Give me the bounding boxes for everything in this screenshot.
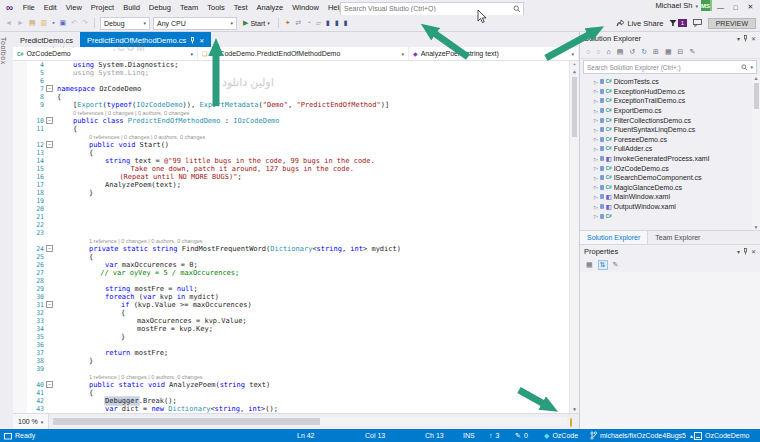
code-line[interactable]: 19 [13, 197, 579, 205]
pin-icon[interactable] [743, 248, 748, 255]
breakpoint-margin[interactable] [13, 157, 27, 165]
code-line[interactable]: 35} [13, 333, 579, 341]
menu-item-build[interactable]: Build [119, 0, 145, 15]
breakpoint-margin[interactable] [13, 221, 27, 229]
menu-item-tools[interactable]: Tools [203, 0, 230, 15]
code-surface[interactable]: 4using System.Diagnostics;5using System.… [13, 61, 579, 413]
fold-margin[interactable] [44, 333, 55, 341]
fold-collapse-button[interactable]: – [46, 245, 53, 252]
breakpoint-margin[interactable] [13, 405, 27, 413]
nav-backward-icon[interactable]: ◄ [4, 18, 13, 28]
menu-item-team[interactable]: Team [175, 0, 202, 15]
fold-margin[interactable] [44, 389, 55, 397]
se-pending-changes-icon[interactable]: ↺ [628, 47, 636, 57]
expand-arrow-icon[interactable]: ▷ [594, 98, 598, 104]
code-line[interactable]: 31–if (kvp.Value >= maxOccurences) [13, 301, 579, 309]
fold-margin[interactable] [44, 149, 55, 157]
expand-arrow-icon[interactable]: ▷ [594, 175, 598, 181]
minimize-button[interactable]: — [713, 0, 728, 14]
code-line[interactable]: 28 [13, 277, 579, 285]
preview-button[interactable]: PREVIEW [708, 18, 756, 29]
expand-arrow-icon[interactable]: ▷ [594, 204, 598, 210]
fold-margin[interactable]: – [44, 301, 55, 309]
fold-collapse-button[interactable]: – [46, 117, 53, 124]
tree-item[interactable]: ▷C#ExportDemo.cs [580, 106, 760, 116]
fold-margin[interactable] [44, 269, 55, 277]
tree-item[interactable]: ▷C#ExceptionHudDemo.cs [580, 87, 760, 97]
zoom-control[interactable]: 100 % ▾ [13, 414, 49, 429]
project-dropdown[interactable]: C# OzCodeDemo ▾ [13, 47, 198, 60]
close-button[interactable]: ✕ [743, 0, 758, 14]
window-position-icon[interactable]: ▾ [737, 248, 740, 255]
breakpoint-margin[interactable] [13, 237, 27, 245]
fold-margin[interactable] [44, 237, 55, 245]
test-explorer-icon[interactable]: ◔ [305, 18, 311, 28]
window-position-icon[interactable]: ▾ [737, 35, 740, 42]
code-line[interactable]: 13{ [13, 149, 579, 157]
toolbox-tab[interactable]: Toolbox [0, 32, 13, 429]
codelens-indicator[interactable]: 1 reference | 0 changes | 0 authors, 0 c… [55, 237, 203, 245]
tree-item[interactable]: ▷C#FullAdder.cs [580, 144, 760, 154]
fold-margin[interactable] [44, 365, 55, 373]
quick-launch-search[interactable] [340, 2, 524, 16]
pin-icon[interactable] [190, 37, 195, 44]
tree-item[interactable]: ▷C#ISearchDemoComponent.cs [580, 173, 760, 183]
code-line[interactable]: 37return mostFre; [13, 349, 579, 357]
se-back-icon[interactable]: ○ [585, 47, 591, 57]
props-categorized-icon[interactable]: ▦ [585, 260, 594, 270]
tree-item[interactable]: ▷C#IOzCodeDemo.cs [580, 163, 760, 173]
codelens-indicator[interactable]: 0 references | 0 changes | 0 authors, 0 … [55, 109, 189, 117]
expand-arrow-icon[interactable]: ▷ [594, 146, 598, 152]
status-git-branch[interactable]: michaels/fixOzCode4Bugs5 ▲ [590, 429, 694, 442]
breakpoint-margin[interactable] [13, 301, 27, 309]
fold-margin[interactable] [44, 357, 55, 365]
se-collapse-all-icon[interactable]: ⊟ [677, 47, 685, 57]
member-dropdown[interactable]: ◆ AnalyzePoem(string text) ▾ [409, 47, 579, 60]
status-line[interactable]: Ln 42 [297, 429, 315, 442]
menu-item-file[interactable]: File [18, 0, 39, 15]
code-line[interactable]: 27// var oyVey = 5 / maxOccurences; [13, 269, 579, 277]
fold-margin[interactable] [44, 309, 55, 317]
breakpoint-margin[interactable] [13, 181, 27, 189]
se-show-all-files-icon[interactable]: ▦ [664, 47, 673, 57]
menu-item-analyze[interactable]: Analyze [252, 0, 288, 15]
breakpoint-margin[interactable] [13, 189, 27, 197]
code-line[interactable]: 42Debugger.Break(); [13, 397, 579, 405]
breakpoint-margin[interactable] [13, 317, 27, 325]
tab-team-explorer[interactable]: Team Explorer [648, 231, 707, 244]
status-character[interactable]: Ch 13 [425, 429, 444, 442]
codelens-indicator[interactable]: 1 reference | 0 changes | 0 authors, 0 c… [55, 373, 203, 381]
code-line[interactable]: 30foreach (var kvp in mydict) [13, 293, 579, 301]
breakpoint-margin[interactable] [13, 389, 27, 397]
expand-arrow-icon[interactable]: ▷ [594, 108, 598, 114]
tree-item[interactable]: ▷C#ExceptionTrailDemo.cs [580, 96, 760, 106]
expand-arrow-icon[interactable]: ▷ [594, 194, 598, 200]
new-project-icon[interactable]: ▤ [28, 18, 37, 28]
breakpoint-margin[interactable] [13, 101, 27, 109]
bookmark-next-icon[interactable]: ▮ [343, 18, 349, 28]
breakpoint-margin[interactable] [13, 333, 27, 341]
attach-process-icon[interactable]: ⇄ [295, 18, 303, 28]
fold-margin[interactable] [44, 293, 55, 301]
undo-icon[interactable]: ↶ [70, 18, 78, 28]
fold-margin[interactable] [44, 397, 55, 405]
start-debugging-button[interactable]: ▶ Start ▾ [240, 19, 273, 27]
configuration-dropdown[interactable]: Debug▾ [100, 17, 150, 30]
breakpoint-margin[interactable] [13, 341, 27, 349]
fold-margin[interactable]: – [44, 85, 55, 93]
code-line[interactable]: 18} [13, 189, 579, 197]
menu-item-debug[interactable]: Debug [144, 0, 175, 15]
fold-collapse-button[interactable]: – [46, 381, 53, 388]
code-line[interactable]: 4using System.Diagnostics; [13, 61, 579, 69]
fold-margin[interactable]: – [44, 245, 55, 253]
breakpoint-margin[interactable] [13, 253, 27, 261]
fold-margin[interactable] [44, 125, 55, 133]
code-line[interactable]: 26var maxOccurences = 0; [13, 261, 579, 269]
fold-margin[interactable] [44, 93, 55, 101]
notifications-button[interactable]: 1 [669, 19, 686, 27]
code-line[interactable]: 25{ [13, 253, 579, 261]
code-line[interactable]: 8{ [13, 93, 579, 101]
close-icon[interactable]: ✕ [751, 35, 756, 42]
breakpoint-margin[interactable] [13, 397, 27, 405]
fold-collapse-button[interactable]: – [46, 85, 53, 92]
